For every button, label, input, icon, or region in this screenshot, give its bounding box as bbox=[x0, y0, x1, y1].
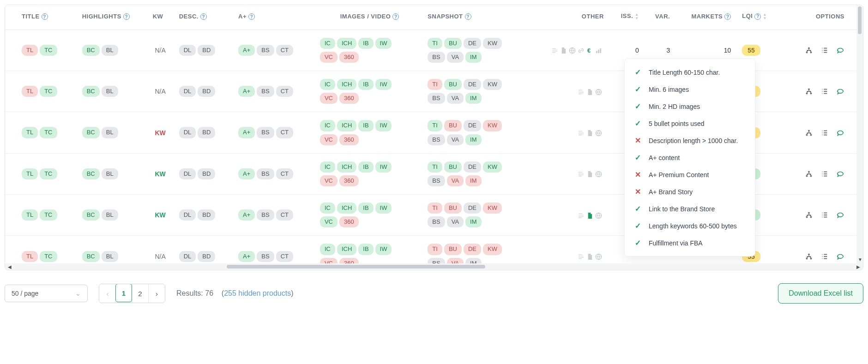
scroll-left-arrow-icon[interactable]: ◀ bbox=[8, 264, 12, 269]
download-excel-button[interactable]: Download Excel list bbox=[778, 283, 863, 304]
status-pill: KW bbox=[483, 244, 502, 255]
status-pill: ICH bbox=[337, 203, 356, 214]
hidden-products-link[interactable]: 255 hidden products bbox=[224, 289, 291, 297]
cell: A+BSCT bbox=[233, 30, 314, 71]
col-iss[interactable]: ISS. bbox=[609, 5, 645, 30]
sort-icon[interactable] bbox=[635, 13, 639, 20]
status-pill: VC bbox=[320, 134, 338, 145]
list-icon[interactable] bbox=[820, 129, 829, 137]
svg-point-13 bbox=[808, 130, 810, 131]
comment-icon[interactable] bbox=[836, 170, 844, 178]
page-size-select[interactable]: 50 / page ⌄ bbox=[5, 285, 88, 302]
list-icon[interactable] bbox=[820, 170, 829, 178]
page-size-label: 50 / page bbox=[12, 290, 38, 297]
sort-icon[interactable] bbox=[763, 13, 766, 20]
svg-point-11 bbox=[810, 93, 812, 95]
status-pill: BC bbox=[82, 45, 100, 56]
comment-icon[interactable] bbox=[836, 129, 844, 137]
status-pill: IC bbox=[320, 120, 335, 131]
cell: TLTC bbox=[5, 30, 77, 71]
cell: TLTC bbox=[5, 71, 77, 112]
help-icon[interactable]: ? bbox=[200, 13, 207, 20]
hierarchy-icon[interactable] bbox=[805, 46, 813, 54]
kw-cell: KW bbox=[147, 112, 174, 153]
vertical-scrollbar[interactable]: ▼ bbox=[856, 5, 863, 263]
popup-text: Title Length 60-150 char. bbox=[649, 69, 720, 76]
cell: TIBUDEKWBSVAIM bbox=[422, 71, 532, 112]
lqi-badge: 55 bbox=[742, 45, 760, 56]
scroll-right-arrow-icon[interactable]: ▶ bbox=[856, 264, 860, 269]
scrollbar-thumb[interactable] bbox=[227, 265, 485, 269]
status-pill: IC bbox=[320, 244, 335, 255]
kw-value: KW bbox=[155, 211, 166, 219]
col-images[interactable]: IMAGES / VIDEO? bbox=[314, 5, 422, 30]
other-cell bbox=[533, 112, 609, 153]
help-icon[interactable]: ? bbox=[248, 13, 255, 20]
status-pill: IC bbox=[320, 38, 335, 49]
hierarchy-icon[interactable] bbox=[805, 170, 813, 178]
page-next-button[interactable]: › bbox=[148, 284, 165, 303]
col-kw[interactable]: KW bbox=[147, 5, 174, 30]
status-pill: KW bbox=[483, 38, 502, 49]
list-icon[interactable] bbox=[820, 87, 829, 95]
svg-rect-4 bbox=[600, 48, 601, 53]
col-other[interactable]: OTHER bbox=[533, 5, 609, 30]
popup-text: 5 bullet points used bbox=[649, 120, 705, 127]
options-cell bbox=[780, 236, 863, 263]
options-cell bbox=[780, 112, 863, 153]
svg-point-21 bbox=[808, 212, 810, 214]
options-cell bbox=[780, 153, 863, 194]
help-icon[interactable]: ? bbox=[123, 13, 130, 20]
status-pill: BU bbox=[444, 161, 462, 173]
col-lqi[interactable]: LQI? bbox=[736, 5, 779, 30]
popup-text: A+ Brand Story bbox=[649, 188, 693, 196]
status-pill: IM bbox=[465, 258, 481, 263]
options-cell bbox=[780, 71, 863, 112]
status-pill: TI bbox=[428, 120, 442, 131]
list-icon[interactable] bbox=[820, 211, 829, 219]
comment-icon[interactable] bbox=[836, 252, 844, 261]
status-pill: BU bbox=[444, 244, 462, 255]
col-highlights[interactable]: HIGHLIGHTS? bbox=[77, 5, 147, 30]
help-icon[interactable]: ? bbox=[724, 13, 731, 20]
status-pill: IB bbox=[358, 120, 373, 131]
hierarchy-icon[interactable] bbox=[805, 129, 813, 137]
scrollbar-thumb[interactable] bbox=[858, 6, 862, 34]
status-pill: TC bbox=[40, 45, 57, 56]
status-pill: BL bbox=[102, 45, 118, 56]
scroll-down-arrow-icon[interactable]: ▼ bbox=[858, 257, 862, 262]
col-var[interactable]: VAR. bbox=[645, 5, 676, 30]
check-icon: ✓ bbox=[635, 204, 644, 213]
col-desc[interactable]: DESC.? bbox=[174, 5, 233, 30]
hierarchy-icon[interactable] bbox=[805, 252, 813, 261]
list-icon[interactable] bbox=[820, 252, 829, 261]
page-button[interactable]: 1 bbox=[115, 284, 132, 302]
status-pill: TC bbox=[40, 168, 57, 179]
page-prev-button[interactable]: ‹ bbox=[99, 284, 116, 303]
status-pill: BD bbox=[198, 127, 215, 138]
status-pill: BL bbox=[102, 127, 118, 138]
hierarchy-icon[interactable] bbox=[805, 87, 813, 95]
help-icon[interactable]: ? bbox=[42, 13, 48, 20]
comment-icon[interactable] bbox=[836, 211, 844, 219]
page-button[interactable]: 2 bbox=[132, 284, 148, 303]
col-markets[interactable]: MARKETS? bbox=[675, 5, 736, 30]
popup-item: ✓Fulfillment via FBA bbox=[635, 234, 745, 251]
col-snapshot[interactable]: SNAPSHOT? bbox=[422, 5, 532, 30]
kw-value: KW bbox=[155, 129, 166, 137]
hierarchy-icon[interactable] bbox=[805, 211, 813, 219]
svg-rect-2 bbox=[596, 51, 597, 54]
comment-icon[interactable] bbox=[836, 87, 844, 95]
col-title[interactable]: TITLE? bbox=[5, 5, 77, 30]
status-pill: BD bbox=[198, 45, 215, 56]
help-icon[interactable]: ? bbox=[465, 13, 471, 20]
help-icon[interactable]: ? bbox=[754, 13, 761, 20]
col-aplus[interactable]: A+? bbox=[233, 5, 314, 30]
kw-cell: N/A bbox=[147, 71, 174, 112]
horizontal-scrollbar[interactable]: ◀ ▶ bbox=[5, 263, 863, 270]
list-icon[interactable] bbox=[820, 46, 829, 54]
cell: TLTC bbox=[5, 112, 77, 153]
svg-point-25 bbox=[808, 253, 810, 255]
comment-icon[interactable] bbox=[836, 46, 844, 54]
help-icon[interactable]: ? bbox=[392, 13, 399, 20]
